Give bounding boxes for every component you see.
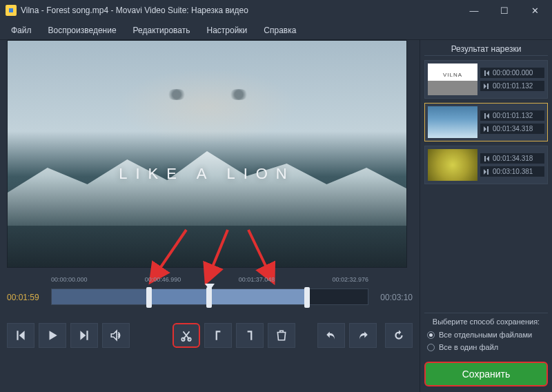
radio-icon <box>427 344 435 351</box>
radio-icon <box>427 331 435 339</box>
window-title: Vilna - Forest song.mp4 - Movavi Video S… <box>21 6 465 15</box>
menu-edit[interactable]: Редактировать <box>125 23 199 38</box>
clip-start-time: 00:00:00.000 <box>493 69 533 77</box>
app-icon <box>6 5 17 16</box>
segment-1[interactable] <box>52 289 150 304</box>
radio-single-file[interactable]: Все в один файл <box>424 341 548 353</box>
clip-item-2[interactable]: 00:01:01.132 00:01:34.318 <box>424 103 548 141</box>
clip-end-time: 00:01:34.318 <box>493 125 533 133</box>
minimize-button[interactable]: — <box>465 3 483 17</box>
video-preview[interactable]: LIKE A LION <box>7 40 407 268</box>
timeline: 00:01:59 00:00:00.000 00:00:46.990 00:01… <box>7 286 413 309</box>
menubar: Файл Воспроизведение Редактировать Настр… <box>0 21 552 40</box>
left-pane: LIKE A LION 00:01:59 00:00:00.000 00:00:… <box>0 40 420 392</box>
save-button[interactable]: Сохранить <box>424 362 548 386</box>
save-options: Выберите способ сохранения: Все отдельны… <box>424 313 548 353</box>
menu-playback[interactable]: Воспроизведение <box>40 23 125 38</box>
current-time: 00:01:59 <box>7 293 46 302</box>
reset-button[interactable] <box>385 323 413 348</box>
clip-item-1[interactable]: 00:00:00.000 00:01:01.132 <box>424 60 548 99</box>
split-handle-3[interactable] <box>304 287 310 308</box>
delete-button[interactable] <box>268 323 295 348</box>
playhead[interactable] <box>205 284 215 291</box>
prev-frame-button[interactable] <box>7 323 34 348</box>
clip-thumbnail <box>428 63 477 95</box>
clips-panel: Результат нарезки 00:00:00.000 00:01:01.… <box>420 40 552 392</box>
cut-button[interactable] <box>172 323 200 348</box>
mark-in-button[interactable] <box>204 323 232 348</box>
preview-overlay-text: LIKE A LION <box>8 165 406 183</box>
next-frame-button[interactable] <box>70 323 98 348</box>
split-handle-1[interactable] <box>146 287 152 308</box>
redo-button[interactable] <box>349 323 377 348</box>
clip-thumbnail <box>428 149 477 181</box>
play-button[interactable] <box>39 323 66 348</box>
segment-3[interactable] <box>210 289 308 304</box>
content-area: LIKE A LION 00:01:59 00:00:00.000 00:00:… <box>0 40 552 392</box>
clip-start-time: 00:01:34.318 <box>493 155 533 162</box>
close-button[interactable]: ✕ <box>526 3 544 17</box>
maximize-button[interactable]: ☐ <box>495 3 513 17</box>
segment-2[interactable] <box>150 289 210 304</box>
menu-settings[interactable]: Настройки <box>198 23 255 38</box>
clip-end-time: 00:01:01.132 <box>493 82 533 90</box>
clip-start-icon <box>483 155 490 162</box>
transport-controls <box>7 323 413 348</box>
clip-thumbnail <box>428 106 477 138</box>
undo-button[interactable] <box>317 323 345 348</box>
clips-panel-title: Результат нарезки <box>424 43 548 56</box>
clip-end-icon <box>483 83 490 90</box>
timeline-track[interactable]: 00:00:00.000 00:00:46.990 00:01:37.048 0… <box>51 286 368 309</box>
titlebar: Vilna - Forest song.mp4 - Movavi Video S… <box>0 0 552 21</box>
menu-file[interactable]: Файл <box>3 23 40 38</box>
clip-end-icon <box>483 168 490 175</box>
clip-end-time: 00:03:10.381 <box>493 168 533 175</box>
clip-end-icon <box>483 126 490 133</box>
clip-start-icon <box>483 70 490 77</box>
app-window: Vilna - Forest song.mp4 - Movavi Video S… <box>0 0 552 392</box>
clip-start-icon <box>483 112 490 119</box>
clip-start-time: 00:01:01.132 <box>493 112 533 119</box>
clip-item-3[interactable]: 00:01:34.318 00:03:10.381 <box>424 146 548 184</box>
total-time: 00:03:10 <box>374 293 413 302</box>
mark-out-button[interactable] <box>236 323 264 348</box>
radio-separate-files[interactable]: Все отдельными файлами <box>424 329 548 341</box>
menu-help[interactable]: Справка <box>255 23 304 38</box>
volume-button[interactable] <box>102 323 130 348</box>
save-prompt: Выберите способ сохранения: <box>424 317 548 326</box>
